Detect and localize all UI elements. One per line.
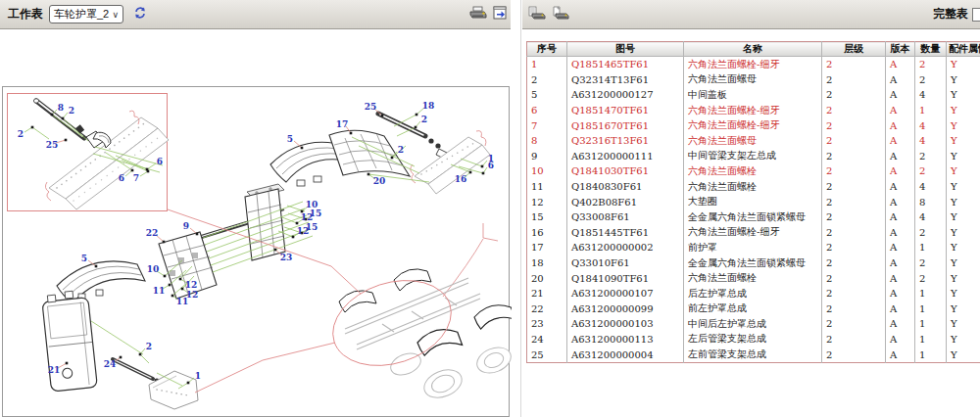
cell-level: 2 <box>822 194 886 209</box>
callout-dot <box>416 114 418 116</box>
cell-version: A <box>886 163 915 179</box>
cell-version: A <box>886 179 915 195</box>
cell-attr: Y <box>947 194 980 209</box>
cell-attr: Y <box>947 316 980 332</box>
callout-number: 2 <box>18 129 24 139</box>
table-row[interactable]: 11Q1840830F61六角法兰面螺栓2A4Y <box>527 179 980 195</box>
table-row[interactable]: 22A631200000099前左护罩总成2A1Y <box>527 301 980 317</box>
cell-part_no: A631200000002 <box>567 240 684 255</box>
truck-chassis-reference <box>168 209 512 403</box>
table-row[interactable]: 10Q1841030TF61六角法兰面螺栓2A2Y <box>527 163 980 179</box>
cell-level: 2 <box>822 301 886 317</box>
table-row[interactable]: 1Q1851465TF61六角法兰面螺栓-细牙2A2Y <box>527 57 980 72</box>
cell-part_no: A631200000099 <box>567 301 684 317</box>
table-row[interactable]: 16Q1851445TF61六角法兰面螺栓-细牙2A2Y <box>527 225 980 241</box>
cell-version: A <box>886 133 915 149</box>
callout-dot <box>131 169 134 172</box>
callout-number: 5 <box>81 254 87 263</box>
callout-dot <box>196 233 199 236</box>
cell-part_no: Q402B08F61 <box>567 194 684 209</box>
callout-number: 12 <box>297 226 310 236</box>
cell-name: 六角法兰面螺栓 <box>684 163 822 179</box>
cell-part_no: A631200000113 <box>567 332 684 348</box>
callout-number: 23 <box>280 253 293 262</box>
cell-qty: 2 <box>915 72 947 88</box>
cell-version: A <box>886 149 915 164</box>
table-row[interactable]: 25A631200000004左前管梁支架总成2A1Y <box>527 347 980 362</box>
table-row[interactable]: 23A631200000103中间后左护罩总成2A1Y <box>527 316 980 332</box>
cell-qty: 2 <box>915 149 947 164</box>
callout-dot <box>301 147 304 150</box>
cell-attr: Y <box>947 133 980 149</box>
cell-version: A <box>886 225 915 241</box>
table-row[interactable]: 6Q1851470TF61六角法兰面螺栓-细牙2A1Y <box>527 103 980 118</box>
table-row[interactable]: 24A631200000113左后管梁支架总成2A1Y <box>527 332 980 348</box>
callout-number: 2 <box>146 342 152 351</box>
cell-version: A <box>886 57 915 72</box>
cell-attr: Y <box>947 301 980 317</box>
column-header-attr: 配件属性 <box>947 42 980 57</box>
table-row[interactable]: 8Q32316T13F61六角法兰面螺母2A4Y <box>527 133 980 149</box>
callout-number: 9 <box>183 221 189 231</box>
cell-qty: 4 <box>915 209 947 225</box>
callout-dot <box>368 173 370 176</box>
cell-level: 2 <box>822 179 886 195</box>
callout-dot <box>120 356 122 359</box>
table-row[interactable]: 21A631200000107后左护罩总成2A1Y <box>527 286 980 301</box>
cell-name: 中间后左护罩总成 <box>684 316 822 332</box>
callout-number: 5 <box>287 134 293 144</box>
cell-qty: 4 <box>915 133 947 149</box>
cell-attr: Y <box>947 209 980 225</box>
cell-qty: 1 <box>915 103 947 118</box>
callout-number: 11 <box>176 297 189 306</box>
cell-part_no: Q32316T13F61 <box>567 133 684 149</box>
cell-qty: 2 <box>915 255 947 271</box>
callout-dot <box>391 157 394 160</box>
callout-dot <box>181 288 184 291</box>
cell-seq: 2 <box>527 72 567 88</box>
print-table-icon[interactable] <box>528 6 546 23</box>
callout-number: 2 <box>69 106 74 116</box>
table-row[interactable]: 7Q1851670TF61六角法兰面螺栓-细牙2A4Y <box>527 117 980 133</box>
cell-attr: Y <box>947 240 980 255</box>
cell-qty: 1 <box>915 286 947 301</box>
cell-level: 2 <box>822 87 886 103</box>
column-header-part_no: 图号 <box>567 42 684 57</box>
cell-attr: Y <box>947 179 980 195</box>
column-header-version: 版本 <box>886 42 915 57</box>
cell-version: A <box>886 347 915 362</box>
cell-attr: Y <box>947 57 980 72</box>
middle-right-panel <box>245 184 285 260</box>
callout-dot <box>482 172 485 175</box>
table-row[interactable]: 17A631200000002前护罩2A1Y <box>527 240 980 255</box>
callout-dot <box>31 126 34 129</box>
cell-qty: 4 <box>915 87 947 103</box>
cell-seq: 16 <box>527 225 567 241</box>
cell-seq: 22 <box>527 301 567 317</box>
cell-level: 2 <box>822 72 886 88</box>
cell-part_no: Q32314T13F61 <box>567 72 684 88</box>
table-row[interactable]: 2Q32314T13F61六角法兰面螺母2A2Y <box>527 72 980 88</box>
table-row[interactable]: 18Q33010F61全金属六角法兰面锁紧螺母2A2Y <box>527 255 980 271</box>
cell-part_no: Q33008F61 <box>567 209 684 225</box>
table-row[interactable]: 5A631200000127中间盖板2A4Y <box>527 87 980 103</box>
cell-seq: 6 <box>527 103 567 118</box>
cell-part_no: Q33010F61 <box>567 255 684 271</box>
cell-level: 2 <box>822 240 886 255</box>
cell-qty: 4 <box>915 117 947 133</box>
callout-dot <box>481 165 484 168</box>
table-row[interactable]: 9A631200000111中间管梁支架左总成2A2Y <box>527 149 980 164</box>
table-row[interactable]: 15Q33008F61全金属六角法兰面锁紧螺母2A4Y <box>527 209 980 225</box>
table-row[interactable]: 12Q402B08F61大垫圈2A8Y <box>527 194 980 209</box>
table-row[interactable]: 20Q1841090TF61六角法兰面螺栓2A2Y <box>527 270 980 286</box>
cell-level: 2 <box>822 286 886 301</box>
callout-number: 18 <box>422 101 435 111</box>
callout-number: 20 <box>373 176 386 186</box>
print-preview-icon[interactable] <box>552 6 569 23</box>
callout-dot <box>292 236 295 239</box>
cell-version: A <box>886 72 915 88</box>
callout-dot <box>66 362 69 365</box>
cell-attr: Y <box>947 286 980 301</box>
reference-line-lower <box>195 343 335 393</box>
complete-table-checkbox[interactable] <box>972 8 980 22</box>
